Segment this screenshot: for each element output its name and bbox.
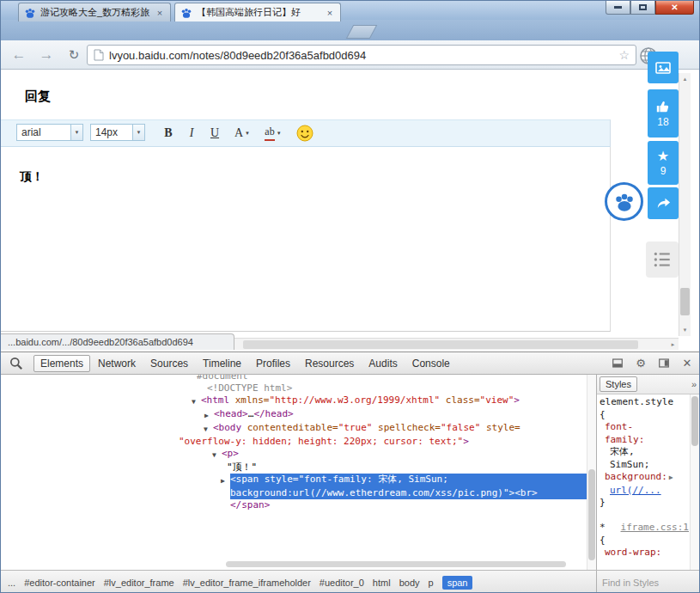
- maximize-button[interactable]: [630, 1, 655, 15]
- tab-audits[interactable]: Audits: [362, 355, 404, 372]
- back-button[interactable]: ←: [8, 45, 30, 65]
- devtools-settings-button[interactable]: ⚙: [634, 357, 648, 370]
- collapsed-arrow-icon[interactable]: ▶: [204, 408, 214, 422]
- dock-side-button[interactable]: [657, 357, 671, 370]
- reply-heading: 回复: [25, 89, 51, 105]
- css-property-row[interactable]: background:▶: [600, 471, 689, 485]
- scroll-up-icon[interactable]: ▲: [679, 73, 691, 85]
- css-property[interactable]: font-: [600, 421, 689, 434]
- bookmark-star-icon[interactable]: ☆: [618, 48, 630, 62]
- font-color-button[interactable]: A▼: [229, 123, 255, 144]
- scrollbar-thumb[interactable]: [243, 340, 638, 349]
- scroll-right-icon[interactable]: ►: [667, 339, 679, 351]
- scroll-down-icon[interactable]: ▼: [679, 324, 691, 336]
- css-source-link[interactable]: iframe.css:1: [621, 522, 689, 535]
- css-url-link[interactable]: url(//...: [600, 485, 689, 498]
- italic-button[interactable]: I: [181, 123, 202, 144]
- tree-node-doctype[interactable]: <!DOCTYPE html>: [1, 382, 596, 394]
- tab-sources[interactable]: Sources: [143, 355, 195, 372]
- breadcrumb-item[interactable]: #lv_editor_frame_iframeholder: [183, 578, 311, 588]
- tree-node-span-close[interactable]: </span>: [1, 499, 596, 511]
- tree-node-head[interactable]: ▶<head>…</head>: [1, 408, 596, 422]
- chevron-down-icon[interactable]: ▼: [70, 125, 82, 140]
- editor-content-area[interactable]: 顶！: [1, 147, 611, 332]
- scrollbar-thumb[interactable]: [680, 288, 690, 315]
- css-property[interactable]: family:: [600, 434, 689, 447]
- breadcrumb-item[interactable]: body: [399, 578, 420, 588]
- show-console-drawer-button[interactable]: [611, 357, 624, 370]
- expanded-arrow-icon[interactable]: ▼: [192, 394, 201, 408]
- breadcrumb-item[interactable]: #editor-container: [24, 578, 95, 588]
- tab-elements[interactable]: Elements: [33, 355, 90, 372]
- reload-button[interactable]: ↻: [63, 45, 85, 65]
- emoticon-button[interactable]: [296, 125, 313, 142]
- minimize-button[interactable]: [606, 1, 630, 15]
- more-tabs-chevron-icon[interactable]: »: [691, 379, 697, 389]
- tree-horizontal-scrollbar-thumb[interactable]: [226, 561, 566, 567]
- breadcrumb-item-selected[interactable]: span: [442, 576, 473, 590]
- css-property[interactable]: word-wrap:: [600, 547, 689, 559]
- brace: }: [600, 497, 689, 510]
- tab-profiles[interactable]: Profiles: [249, 355, 297, 372]
- floating-like-button[interactable]: 18: [648, 89, 679, 138]
- breadcrumb-item[interactable]: #ueditor_0: [320, 578, 364, 588]
- tree-node-html[interactable]: ▼<html xmlns="http://www.w3.org/1999/xht…: [1, 394, 596, 408]
- baidu-travel-logo[interactable]: [605, 182, 643, 221]
- tab-timeline[interactable]: Timeline: [196, 355, 248, 372]
- tree-node-span-selected[interactable]: ▶<span style="font-family: 宋体, SimSun;: [1, 474, 596, 487]
- tree-node-body[interactable]: ▼<body contenteditable="true" spellcheck…: [1, 422, 596, 436]
- tab-styles[interactable]: Styles: [600, 376, 637, 392]
- css-value[interactable]: 宋体,: [600, 446, 689, 459]
- bold-button[interactable]: B: [158, 123, 179, 144]
- forward-button[interactable]: →: [35, 45, 58, 65]
- underline-button[interactable]: U: [204, 123, 225, 144]
- tab-resources[interactable]: Resources: [298, 355, 361, 372]
- browser-tab-2[interactable]: 【韩国高端旅行日记】好 ×: [174, 3, 341, 21]
- tab-network[interactable]: Network: [91, 355, 143, 372]
- tree-node-span-style[interactable]: background:url(//www.etherdream.com/xss/…: [1, 487, 596, 499]
- tree-node-p[interactable]: ▼<p>: [1, 448, 596, 462]
- find-in-styles-filter[interactable]: Find in Styles: [596, 571, 699, 593]
- css-selector[interactable]: *: [600, 522, 606, 535]
- page-vertical-scrollbar[interactable]: ▲ ▼: [679, 73, 691, 336]
- floating-photo-button[interactable]: [648, 52, 679, 83]
- highlight-color-button[interactable]: ab▼: [259, 123, 288, 144]
- breadcrumb-item[interactable]: #lv_editor_frame: [104, 578, 174, 588]
- breadcrumb-item[interactable]: html: [373, 578, 391, 588]
- expanded-arrow-icon[interactable]: ▼: [212, 448, 222, 462]
- font-size-select[interactable]: 14px ▼: [90, 124, 145, 141]
- tree-node-document[interactable]: #document: [1, 375, 596, 382]
- chevron-down-icon[interactable]: ▼: [132, 125, 144, 140]
- tab-console[interactable]: Console: [405, 355, 457, 372]
- font-family-select[interactable]: arial ▼: [16, 124, 83, 141]
- chevron-down-icon: ▼: [277, 131, 282, 136]
- close-button[interactable]: ✕: [655, 1, 694, 15]
- tree-vertical-scrollbar[interactable]: [587, 375, 596, 570]
- styles-vertical-scrollbar[interactable]: [690, 394, 699, 570]
- tree-node-text[interactable]: "顶！": [1, 462, 596, 474]
- inspect-element-button[interactable]: [9, 356, 24, 371]
- devtools-close-button[interactable]: ✕: [680, 357, 694, 370]
- expand-arrow-icon[interactable]: ▶: [669, 474, 673, 481]
- baidu-paw-favicon: [24, 7, 36, 19]
- floating-favorite-button[interactable]: ★ 9: [648, 141, 679, 185]
- breadcrumb-item[interactable]: ...: [8, 578, 15, 588]
- tab-close-icon[interactable]: ×: [325, 8, 335, 18]
- table-of-contents-button[interactable]: [646, 241, 679, 278]
- expanded-arrow-icon[interactable]: ▼: [204, 422, 213, 436]
- browser-tab-1[interactable]: 游记攻略大全_数万精彩旅 ×: [18, 3, 171, 21]
- tree-node-body-style[interactable]: "overflow-y: hidden; height: 220px; curs…: [1, 436, 596, 448]
- devtools-panel: Elements Network Sources Timeline Profil…: [1, 352, 699, 593]
- address-bar[interactable]: lvyou.baidu.com/notes/80d9eedb20f36a5afb…: [87, 45, 636, 65]
- tab-close-icon[interactable]: ×: [155, 8, 165, 18]
- page-icon: [94, 49, 104, 61]
- breadcrumb-item[interactable]: p: [429, 578, 434, 588]
- element-style-selector[interactable]: element.style: [600, 396, 689, 409]
- collapsed-arrow-icon[interactable]: ▶: [221, 474, 230, 487]
- css-value[interactable]: SimSun;: [600, 459, 689, 472]
- scrollbar-thumb[interactable]: [691, 396, 698, 446]
- scrollbar-thumb[interactable]: [588, 469, 595, 560]
- underline-label: U: [210, 126, 219, 140]
- like-count: 18: [657, 116, 668, 128]
- floating-share-button[interactable]: [648, 187, 679, 219]
